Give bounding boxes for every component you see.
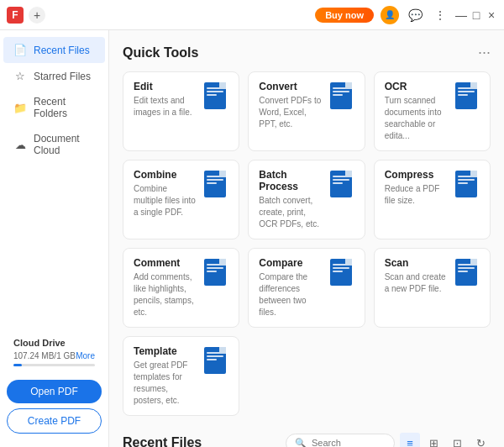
tool-desc-template: Get great PDF templates for resumes, pos…	[134, 360, 197, 407]
tool-icon-edit	[200, 81, 230, 111]
search-icon: 🔍	[295, 438, 307, 448]
new-tab-button[interactable]: +	[29, 7, 45, 24]
tool-info-ocr: OCR Turn scanned documents into searchab…	[385, 81, 448, 142]
minimize-button[interactable]: —	[455, 9, 467, 21]
tool-desc-batch-process: Batch convert, create, print, OCR PDFs, …	[259, 195, 322, 230]
tool-card-comment[interactable]: Comment Add comments, like highlights, p…	[123, 248, 239, 328]
quick-tools-header: Quick Tools ···	[123, 44, 491, 61]
tool-info-batch-process: Batch Process Batch convert, create, pri…	[259, 169, 322, 230]
quick-tools-more-icon[interactable]: ···	[478, 44, 491, 61]
sidebar-bottom: Cloud Drive 107.24 MB/1 GB More Open PDF…	[0, 324, 108, 440]
recent-files-title: Recent Files	[123, 435, 202, 447]
tool-name-compare: Compare	[259, 257, 322, 269]
tool-name-ocr: OCR	[385, 81, 448, 92]
more-icon[interactable]: ⋮	[432, 7, 449, 24]
maximize-button[interactable]: □	[470, 9, 482, 21]
sidebar-item-label: Recent Folders	[34, 96, 95, 119]
tool-desc-edit: Edit texts and images in a file.	[134, 95, 197, 118]
quick-tools-title: Quick Tools	[123, 45, 198, 60]
window-controls: — □ ×	[455, 9, 497, 21]
tool-card-compress[interactable]: Compress Reduce a PDF file size.	[374, 160, 491, 239]
sidebar-item-recent-folders[interactable]: 📁 Recent Folders	[3, 89, 105, 126]
sidebar-item-starred-files[interactable]: ☆ Starred Files	[3, 63, 105, 89]
titlebar: F + Buy now 👤 💬 ⋮ — □ ×	[0, 0, 504, 30]
sidebar: 📄 Recent Files ☆ Starred Files 📁 Recent …	[0, 30, 109, 447]
tool-card-batch-process[interactable]: Batch Process Batch convert, create, pri…	[248, 160, 365, 239]
recent-folders-icon: 📁	[13, 102, 27, 114]
tool-name-compress: Compress	[385, 169, 448, 181]
tool-info-edit: Edit Edit texts and images in a file.	[134, 81, 197, 118]
tool-icon-ocr	[451, 81, 481, 111]
tool-desc-ocr: Turn scanned documents into searchable o…	[385, 95, 448, 142]
tool-icon-convert	[326, 81, 356, 111]
tool-icon-combine	[200, 169, 230, 199]
progress-fill	[13, 364, 22, 366]
sidebar-item-label: Recent Files	[34, 45, 90, 56]
cloud-drive-title: Cloud Drive	[13, 338, 95, 348]
cloud-drive-section: Cloud Drive 107.24 MB/1 GB More	[7, 331, 102, 380]
tool-name-batch-process: Batch Process	[259, 169, 322, 192]
tool-name-template: Template	[134, 345, 197, 357]
tool-desc-compress: Reduce a PDF file size.	[385, 183, 448, 207]
storage-amount: 107.24 MB/1 GB	[13, 351, 76, 360]
tool-icon-compress	[451, 169, 481, 199]
tool-icon-scan	[451, 257, 481, 287]
tool-info-template: Template Get great PDF templates for res…	[134, 345, 197, 407]
tool-card-combine[interactable]: Combine Combine multiple files into a si…	[123, 160, 239, 239]
tool-desc-combine: Combine multiple files into a single PDF…	[134, 183, 197, 218]
tool-card-convert[interactable]: Convert Convert PDFs to Word, Excel, PPT…	[248, 71, 365, 151]
search-bar[interactable]: 🔍	[286, 434, 395, 448]
tool-name-edit: Edit	[134, 81, 197, 92]
titlebar-right: Buy now 👤 💬 ⋮ — □ ×	[315, 6, 497, 24]
titlebar-left: F +	[7, 7, 45, 24]
grid-view-button[interactable]: ⊞	[423, 433, 444, 447]
tool-info-scan: Scan Scan and create a new PDF file.	[385, 257, 448, 295]
buy-now-button[interactable]: Buy now	[315, 8, 374, 23]
tool-icon-batch-process	[326, 169, 356, 199]
sidebar-item-document-cloud[interactable]: ☁ Document Cloud	[3, 126, 105, 163]
refresh-button[interactable]: ↻	[470, 433, 491, 447]
sidebar-item-recent-files[interactable]: 📄 Recent Files	[3, 37, 105, 63]
table-view-button[interactable]: ⊡	[447, 433, 467, 447]
storage-progress-bar	[13, 364, 95, 366]
tool-card-edit[interactable]: Edit Edit texts and images in a file.	[123, 71, 239, 151]
sidebar-item-label: Document Cloud	[34, 133, 95, 156]
tool-card-scan[interactable]: Scan Scan and create a new PDF file.	[374, 248, 491, 328]
tool-icon-comment	[200, 257, 230, 287]
more-link[interactable]: More	[76, 351, 95, 360]
starred-files-icon: ☆	[13, 70, 27, 82]
recent-files-icon: 📄	[13, 44, 27, 56]
tool-card-compare[interactable]: Compare Compare the differences between …	[248, 248, 365, 328]
app-icon-label: F	[12, 9, 18, 21]
tool-name-comment: Comment	[134, 257, 197, 269]
tool-info-convert: Convert Convert PDFs to Word, Excel, PPT…	[259, 81, 322, 130]
chat-icon[interactable]: 💬	[406, 7, 425, 24]
tool-info-comment: Comment Add comments, like highlights, p…	[134, 257, 197, 318]
list-view-button[interactable]: ≡	[400, 433, 420, 447]
recent-files-controls: 🔍 ≡ ⊞ ⊡ ↻	[286, 433, 491, 447]
avatar: 👤	[381, 6, 399, 24]
tool-info-compress: Compress Reduce a PDF file size.	[385, 169, 448, 207]
tool-card-template[interactable]: Template Get great PDF templates for res…	[123, 336, 239, 416]
tool-info-compare: Compare Compare the differences between …	[259, 257, 322, 318]
app-icon: F	[7, 7, 24, 24]
tool-desc-comment: Add comments, like highlights, pencils, …	[134, 271, 197, 318]
open-pdf-button[interactable]: Open PDF	[7, 380, 102, 403]
tool-desc-convert: Convert PDFs to Word, Excel, PPT, etc.	[259, 95, 322, 130]
tool-icon-template	[200, 345, 230, 376]
main-layout: 📄 Recent Files ☆ Starred Files 📁 Recent …	[0, 30, 504, 447]
tools-grid: Edit Edit texts and images in a file.	[123, 71, 491, 416]
tool-desc-scan: Scan and create a new PDF file.	[385, 271, 448, 295]
tool-name-combine: Combine	[134, 169, 197, 181]
document-cloud-icon: ☁	[13, 139, 27, 151]
tool-name-scan: Scan	[385, 257, 448, 269]
close-button[interactable]: ×	[486, 9, 497, 21]
tool-card-ocr[interactable]: OCR Turn scanned documents into searchab…	[374, 71, 491, 151]
tool-desc-compare: Compare the differences between two file…	[259, 271, 322, 318]
tool-info-combine: Combine Combine multiple files into a si…	[134, 169, 197, 218]
sidebar-item-label: Starred Files	[34, 71, 91, 82]
create-pdf-button[interactable]: Create PDF	[7, 408, 102, 434]
tool-name-convert: Convert	[259, 81, 322, 92]
search-input[interactable]	[312, 438, 386, 447]
content-area: Quick Tools ··· Edit Edit texts and imag…	[109, 30, 504, 447]
